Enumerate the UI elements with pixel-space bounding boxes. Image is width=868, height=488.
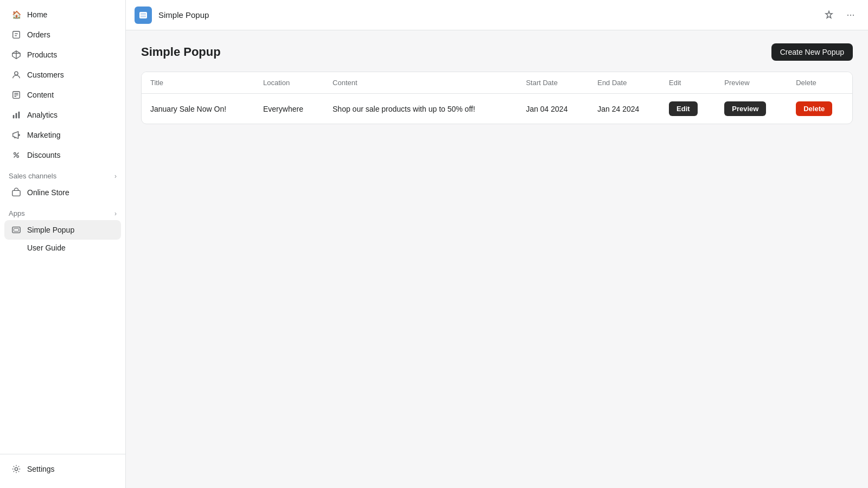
sidebar-item-home[interactable]: 🏠 Home [4, 5, 121, 24]
discounts-icon [11, 150, 22, 160]
page-title: Simple Popup [141, 45, 221, 59]
col-start-date: Start Date [517, 72, 589, 94]
table-head: Title Location Content Start Date End Da… [142, 72, 852, 94]
simple-popup-icon [11, 224, 22, 235]
col-title: Title [142, 72, 254, 94]
sidebar-item-settings[interactable]: Settings [4, 459, 121, 479]
content-icon [11, 89, 22, 100]
svg-line-15 [14, 153, 19, 158]
popups-table-container: Title Location Content Start Date End Da… [141, 72, 853, 124]
row-edit-cell: Edit [660, 94, 716, 124]
sales-channels-chevron[interactable]: › [114, 172, 117, 180]
main: Simple Popup ··· Simple Popup Create New… [126, 0, 868, 488]
col-preview: Preview [716, 72, 787, 94]
col-content: Content [324, 72, 517, 94]
col-delete: Delete [787, 72, 852, 94]
topbar: Simple Popup ··· [126, 0, 868, 30]
svg-point-13 [14, 153, 16, 155]
sales-channels-section: Sales channels › [0, 165, 125, 182]
svg-point-14 [17, 156, 19, 158]
sidebar-item-marketing[interactable]: Marketing [4, 125, 121, 145]
svg-rect-12 [18, 112, 20, 119]
sidebar-item-content[interactable]: Content [4, 85, 121, 105]
svg-rect-10 [13, 115, 15, 118]
table-row: January Sale Now On! Everywhere Shop our… [142, 94, 852, 124]
sidebar-nav: 🏠 Home Orders Products [0, 0, 125, 454]
content-area: Simple Popup Create New Popup Title Loca… [126, 30, 868, 488]
create-new-popup-button[interactable]: Create New Popup [771, 43, 853, 61]
sidebar-item-online-store[interactable]: Online Store [4, 183, 121, 202]
apps-section: Apps › [0, 203, 125, 220]
svg-point-19 [15, 467, 17, 470]
sidebar: 🏠 Home Orders Products [0, 0, 126, 488]
sidebar-item-analytics[interactable]: Analytics [4, 105, 121, 125]
svg-rect-11 [16, 113, 17, 118]
row-content: Shop our sale products with up to 50% of… [324, 94, 517, 124]
topbar-app-title: Simple Popup [158, 10, 814, 20]
edit-button[interactable]: Edit [669, 101, 698, 116]
topbar-actions: ··· [820, 7, 859, 24]
settings-icon [11, 464, 22, 474]
col-location: Location [254, 72, 324, 94]
content-header: Simple Popup Create New Popup [141, 43, 853, 61]
app-logo [135, 7, 152, 24]
products-icon [11, 49, 22, 60]
delete-button[interactable]: Delete [796, 101, 832, 116]
customers-icon [11, 69, 22, 80]
home-icon: 🏠 [11, 9, 22, 20]
marketing-icon [11, 130, 22, 140]
sidebar-item-customers[interactable]: Customers [4, 65, 121, 85]
orders-icon [11, 29, 22, 40]
popups-table: Title Location Content Start Date End Da… [142, 72, 852, 124]
svg-rect-17 [12, 227, 20, 233]
col-edit: Edit [660, 72, 716, 94]
apps-chevron[interactable]: › [114, 210, 117, 217]
sidebar-item-simple-popup[interactable]: Simple Popup [4, 220, 121, 240]
row-delete-cell: Delete [787, 94, 852, 124]
pin-button[interactable] [820, 7, 838, 24]
table-body: January Sale Now On! Everywhere Shop our… [142, 94, 852, 124]
more-options-button[interactable]: ··· [842, 7, 859, 24]
sidebar-item-orders[interactable]: Orders [4, 25, 121, 44]
sidebar-bottom: Settings [0, 454, 125, 488]
online-store-icon [11, 187, 22, 198]
svg-rect-0 [13, 31, 20, 38]
svg-rect-18 [14, 228, 19, 231]
col-end-date: End Date [589, 72, 660, 94]
sidebar-item-products[interactable]: Products [4, 45, 121, 65]
svg-point-5 [15, 72, 18, 75]
row-start-date: Jan 04 2024 [517, 94, 589, 124]
preview-button[interactable]: Preview [724, 101, 766, 116]
sidebar-item-discounts[interactable]: Discounts [4, 145, 121, 165]
row-title: January Sale Now On! [142, 94, 254, 124]
svg-rect-16 [12, 190, 20, 196]
row-end-date: Jan 24 2024 [589, 94, 660, 124]
row-location: Everywhere [254, 94, 324, 124]
row-preview-cell: Preview [716, 94, 787, 124]
sidebar-item-user-guide[interactable]: User Guide [4, 240, 121, 255]
analytics-icon [11, 110, 22, 120]
